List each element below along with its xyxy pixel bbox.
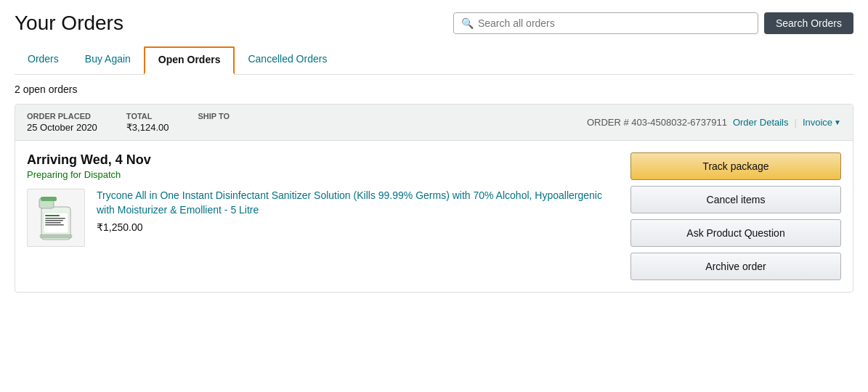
tab-buy-again[interactable]: Buy Again — [72, 47, 144, 74]
order-placed-date: 25 October 2020 — [27, 122, 97, 133]
product-row: Trycone All in One Instant Disinfectant … — [27, 189, 613, 247]
tabs-bar: Orders Buy Again Open Orders Cancelled O… — [15, 46, 853, 75]
orders-count: 2 open orders — [15, 83, 853, 95]
svg-rect-9 — [40, 234, 72, 238]
svg-rect-2 — [41, 197, 57, 201]
cancel-items-button[interactable]: Cancel items — [630, 186, 841, 213]
order-card: ORDER PLACED 25 October 2020 TOTAL ₹3,12… — [15, 104, 853, 293]
product-info: Trycone All in One Instant Disinfectant … — [97, 189, 613, 233]
track-package-button[interactable]: Track package — [630, 152, 841, 180]
tab-open-orders[interactable]: Open Orders — [144, 46, 235, 75]
ask-product-question-button[interactable]: Ask Product Question — [630, 219, 841, 247]
svg-rect-7 — [45, 222, 61, 224]
search-area: 🔍 Search Orders — [453, 12, 853, 34]
svg-rect-8 — [45, 224, 64, 226]
invoice-link[interactable]: Invoice — [803, 117, 832, 128]
page-header: Your Orders 🔍 Search Orders — [15, 12, 853, 35]
order-ship-to-label: SHIP TO — [198, 112, 230, 121]
order-card-header: ORDER PLACED 25 October 2020 TOTAL ₹3,12… — [15, 105, 853, 141]
order-header-left: ORDER PLACED 25 October 2020 TOTAL ₹3,12… — [27, 112, 230, 133]
search-orders-button[interactable]: Search Orders — [764, 12, 853, 34]
order-total-section: TOTAL ₹3,124.00 — [126, 112, 169, 133]
tab-orders[interactable]: Orders — [15, 47, 72, 74]
search-icon: 🔍 — [461, 17, 474, 29]
tab-cancelled-orders[interactable]: Cancelled Orders — [235, 47, 340, 74]
search-box: 🔍 — [453, 12, 758, 34]
svg-rect-6 — [45, 220, 63, 221]
order-total-value: ₹3,124.00 — [126, 122, 169, 133]
order-card-body: Arriving Wed, 4 Nov Preparing for Dispat… — [15, 141, 853, 292]
chevron-down-icon: ▼ — [834, 118, 841, 126]
svg-rect-5 — [45, 218, 65, 219]
search-input[interactable] — [478, 17, 750, 29]
product-image — [27, 189, 85, 247]
page-title: Your Orders — [15, 12, 123, 35]
archive-order-button[interactable]: Archive order — [630, 253, 841, 280]
order-ship-to-section: SHIP TO — [198, 112, 230, 133]
invoice-dropdown[interactable]: Invoice ▼ — [803, 117, 841, 128]
order-placed-label: ORDER PLACED — [27, 112, 97, 121]
order-placed-section: ORDER PLACED 25 October 2020 — [27, 112, 97, 133]
divider: | — [795, 117, 797, 128]
product-image-svg — [31, 192, 81, 243]
arrival-heading: Arriving Wed, 4 Nov — [27, 152, 613, 168]
svg-rect-4 — [45, 215, 60, 216]
product-title[interactable]: Trycone All in One Instant Disinfectant … — [97, 189, 602, 216]
action-buttons: Track package Cancel items Ask Product Q… — [630, 152, 841, 280]
order-number: ORDER # 403-4508032-6737911 — [587, 117, 727, 128]
order-header-right: ORDER # 403-4508032-6737911 Order Detail… — [587, 117, 841, 128]
dispatch-status: Preparing for Dispatch — [27, 169, 613, 180]
order-item-section: Arriving Wed, 4 Nov Preparing for Dispat… — [27, 152, 613, 247]
product-price: ₹1,250.00 — [97, 221, 613, 233]
order-details-link[interactable]: Order Details — [733, 117, 789, 128]
order-total-label: TOTAL — [126, 112, 169, 121]
